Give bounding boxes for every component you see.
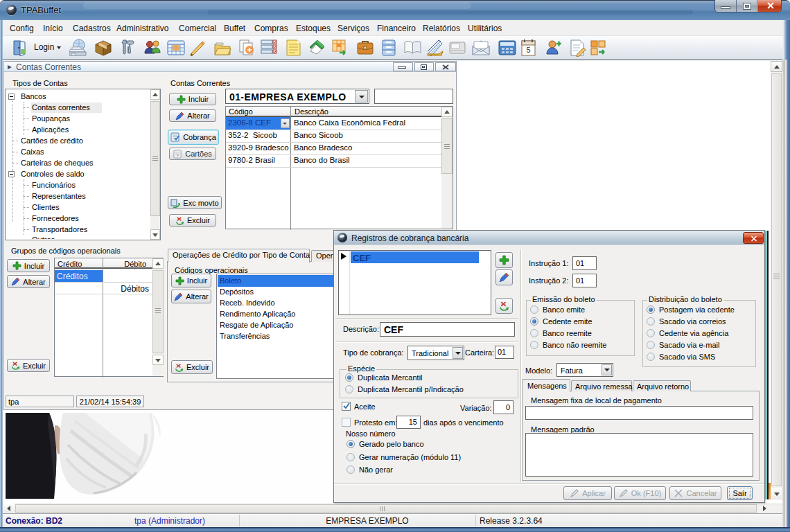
- svg-text:5: 5: [526, 46, 530, 54]
